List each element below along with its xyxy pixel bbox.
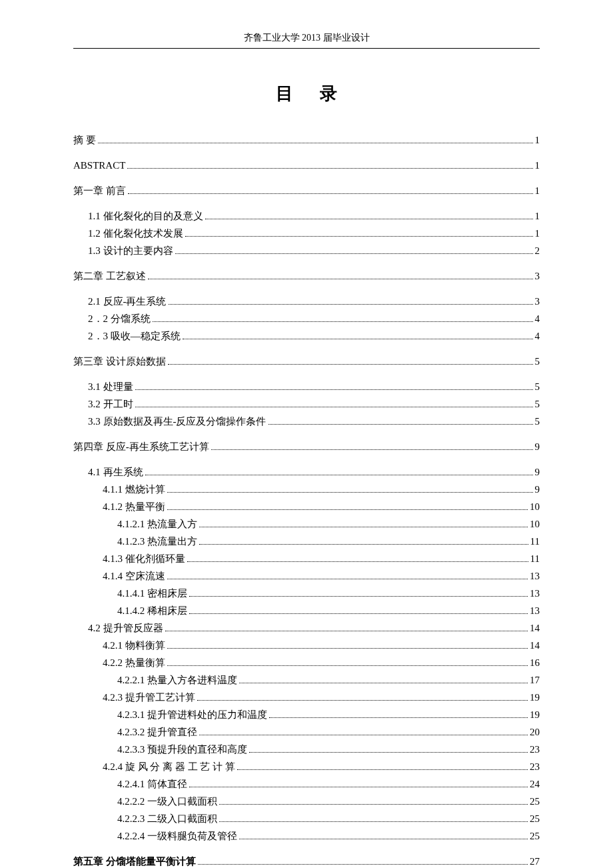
toc-dots: [165, 623, 528, 631]
toc-label: 4.2.4.1 筒体直径: [117, 776, 187, 792]
toc-entry: 4.2.3.1 提升管进料处的压力和温度19: [73, 707, 540, 723]
header-divider: [73, 48, 540, 49]
toc-dots: [135, 399, 533, 407]
toc-entry: 第一章 前言1: [73, 183, 540, 199]
toc-label: 4.2.2.2 一级入口截面积: [117, 793, 217, 809]
toc-page-number: 5: [535, 396, 540, 412]
toc-entry: 4.2 提升管反应器14: [73, 620, 540, 636]
page-header: 齐鲁工业大学 2013 届毕业设计: [73, 32, 540, 44]
toc-dots: [127, 161, 532, 169]
toc-entry: 第二章 工艺叙述3: [73, 268, 540, 284]
toc-label: ABSTRACT: [73, 157, 125, 173]
toc-dots: [183, 331, 533, 339]
toc-label: 3.3 原始数据及再生-反应及分馏操作条件: [88, 413, 267, 429]
toc-title: 目录: [73, 82, 540, 105]
toc-entry: 4.2.4.1 筒体直径24: [73, 776, 540, 792]
toc-entry: 4.2.2.2 一级入口截面积25: [73, 793, 540, 809]
toc-page-number: 23: [530, 759, 540, 775]
toc-page-number: 5: [535, 413, 540, 429]
toc-dots: [167, 571, 528, 579]
toc-dots: [199, 727, 528, 735]
toc-entry: 4.2.4 旋 风 分 离 器 工 艺 计 算23: [73, 759, 540, 775]
toc-page-number: 4: [535, 328, 540, 344]
toc-dots: [167, 658, 528, 666]
toc-label: 4.1.2 热量平衡: [103, 499, 165, 515]
toc-label: 第三章 设计原始数据: [73, 353, 166, 369]
toc-page-number: 13: [530, 568, 540, 584]
toc-page-number: 13: [530, 585, 540, 601]
toc-entry: 2．3 吸收—稳定系统4: [73, 328, 540, 344]
toc-dots: [219, 797, 528, 805]
toc-dots: [189, 606, 528, 614]
toc-dots: [239, 675, 528, 683]
toc-entry: 3.3 原始数据及再生-反应及分馏操作条件5: [73, 413, 540, 429]
toc-page-number: 27: [530, 853, 540, 868]
toc-dots: [237, 762, 528, 770]
toc-entry: 摘 要1: [73, 132, 540, 148]
toc-dots: [211, 442, 533, 450]
toc-label: 4.1.4.1 密相床层: [117, 585, 187, 601]
toc-page-number: 25: [530, 828, 540, 844]
toc-entry: 第三章 设计原始数据5: [73, 353, 540, 369]
toc-label: 第一章 前言: [73, 183, 126, 199]
toc-page-number: 5: [535, 379, 540, 395]
toc-dots: [168, 357, 533, 365]
toc-page-number: 23: [530, 741, 540, 757]
toc-page-number: 16: [530, 655, 540, 671]
toc-page-number: 5: [535, 353, 540, 369]
toc-entry: 4.2.3.3 预提升段的直径和高度23: [73, 741, 540, 757]
toc-label: 4.1.4.2 稀相床层: [117, 603, 187, 619]
toc-entry: 2．2 分馏系统4: [73, 311, 540, 327]
toc-label: 3.2 开工时: [88, 396, 133, 412]
toc-label: 4.1.4 空床流速: [103, 568, 165, 584]
toc-label: 4.2.4 旋 风 分 离 器 工 艺 计 算: [103, 759, 235, 775]
toc-entry: 4.2.1 物料衡算14: [73, 637, 540, 653]
toc-label: 第二章 工艺叙述: [73, 268, 146, 284]
toc-page-number: 11: [530, 551, 540, 567]
toc-page-number: 1: [535, 157, 540, 173]
toc-dots: [239, 831, 528, 839]
toc-dots: [145, 467, 533, 475]
toc-label: 4.2 提升管反应器: [88, 620, 163, 636]
toc-dots: [128, 186, 533, 194]
toc-page-number: 9: [535, 464, 540, 480]
toc-entry: 4.1.4 空床流速13: [73, 568, 540, 584]
toc-label: 4.2.2.4 一级料腿负荷及管径: [117, 828, 237, 844]
toc-page-number: 1: [535, 208, 540, 224]
toc-label: 第五章 分馏塔能量平衡计算: [73, 853, 196, 868]
toc-entry: 第四章 反应-再生系统工艺计算9: [73, 439, 540, 455]
toc-page-number: 19: [530, 689, 540, 705]
toc-entry: 1.1 催化裂化的目的及意义1: [73, 208, 540, 224]
toc-entry: 4.1.2 热量平衡10: [73, 499, 540, 515]
toc-dots: [169, 297, 533, 305]
toc-dots: [148, 271, 533, 279]
toc-label: 4.1 再生系统: [88, 464, 143, 480]
toc-dots: [98, 135, 533, 143]
toc-label: 4.2.3 提升管工艺计算: [103, 689, 195, 705]
toc-label: 4.2.1 物料衡算: [103, 637, 165, 653]
toc-page-number: 14: [530, 620, 540, 636]
toc-dots: [167, 641, 528, 649]
toc-page-number: 1: [535, 132, 540, 148]
toc-dots: [153, 314, 533, 322]
toc-label: 4.1.1 燃烧计算: [103, 481, 165, 497]
toc-entry: 4.2.2.4 一级料腿负荷及管径25: [73, 828, 540, 844]
toc-label: 4.1.2.1 热流量入方: [117, 516, 197, 532]
toc-dots: [269, 710, 528, 718]
toc-label: 2．2 分馏系统: [88, 311, 151, 327]
toc-entry: 第五章 分馏塔能量平衡计算27: [73, 853, 540, 868]
toc-entry: 4.2.2.1 热量入方各进料温度17: [73, 672, 540, 688]
toc-entry: 4.1 再生系统9: [73, 464, 540, 480]
toc-page-number: 13: [530, 603, 540, 619]
toc-label: 4.2.2.3 二级入口截面积: [117, 811, 217, 827]
toc-dots: [197, 693, 528, 701]
toc-entry: 4.2.2.3 二级入口截面积25: [73, 811, 540, 827]
toc-label: 1.2 催化裂化技术发展: [88, 225, 183, 241]
toc-dots: [199, 537, 528, 545]
toc-page-number: 17: [530, 672, 540, 688]
toc-label: 4.2.3.1 提升管进料处的压力和温度: [117, 707, 267, 723]
toc-dots: [167, 502, 528, 510]
toc-dots: [189, 589, 528, 597]
toc-dots: [175, 246, 533, 254]
toc-entry: ABSTRACT1: [73, 157, 540, 173]
